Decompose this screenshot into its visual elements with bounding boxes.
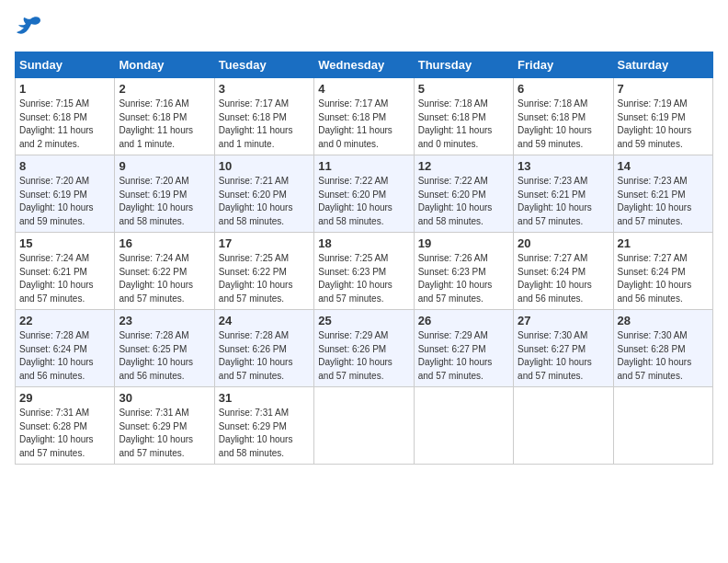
- calendar-header-row: Sunday Monday Tuesday Wednesday Thursday…: [16, 52, 713, 78]
- day-info: Sunrise: 7:17 AMSunset: 6:18 PMDaylight:…: [318, 98, 409, 151]
- table-row: 22 Sunrise: 7:28 AMSunset: 6:24 PMDaylig…: [16, 310, 115, 387]
- day-info: Sunrise: 7:29 AMSunset: 6:27 PMDaylight:…: [418, 329, 509, 383]
- day-number: 22: [19, 314, 110, 327]
- day-number: 24: [219, 314, 310, 327]
- calendar-body: 1 Sunrise: 7:15 AMSunset: 6:18 PMDayligh…: [16, 78, 713, 465]
- table-row: 13 Sunrise: 7:23 AMSunset: 6:21 PMDaylig…: [514, 155, 613, 233]
- logo: [15, 15, 46, 40]
- day-number: 11: [318, 159, 409, 173]
- day-number: 2: [119, 82, 210, 96]
- table-row: 27 Sunrise: 7:30 AMSunset: 6:27 PMDaylig…: [514, 310, 613, 387]
- table-row: 26 Sunrise: 7:29 AMSunset: 6:27 PMDaylig…: [414, 310, 513, 387]
- calendar-row: 1 Sunrise: 7:15 AMSunset: 6:18 PMDayligh…: [16, 78, 713, 155]
- day-info: Sunrise: 7:27 AMSunset: 6:24 PMDaylight:…: [518, 252, 609, 305]
- day-number: 26: [418, 314, 509, 327]
- table-row: 7 Sunrise: 7:19 AMSunset: 6:19 PMDayligh…: [613, 78, 712, 155]
- table-row: 30 Sunrise: 7:31 AMSunset: 6:29 PMDaylig…: [115, 387, 214, 465]
- day-info: Sunrise: 7:31 AMSunset: 6:29 PMDaylight:…: [219, 407, 310, 460]
- day-info: Sunrise: 7:28 AMSunset: 6:26 PMDaylight:…: [219, 329, 310, 383]
- table-row: 3 Sunrise: 7:17 AMSunset: 6:18 PMDayligh…: [214, 78, 313, 155]
- day-number: 9: [119, 159, 210, 173]
- day-number: 7: [618, 82, 709, 96]
- day-info: Sunrise: 7:29 AMSunset: 6:26 PMDaylight:…: [318, 329, 409, 383]
- day-info: Sunrise: 7:17 AMSunset: 6:18 PMDaylight:…: [219, 98, 310, 151]
- day-info: Sunrise: 7:22 AMSunset: 6:20 PMDaylight:…: [418, 175, 509, 228]
- col-tuesday: Tuesday: [214, 52, 313, 78]
- table-row: 5 Sunrise: 7:18 AMSunset: 6:18 PMDayligh…: [414, 78, 513, 155]
- col-sunday: Sunday: [16, 52, 115, 78]
- day-number: 16: [119, 236, 210, 250]
- day-info: Sunrise: 7:28 AMSunset: 6:25 PMDaylight:…: [119, 329, 210, 383]
- table-row: 25 Sunrise: 7:29 AMSunset: 6:26 PMDaylig…: [314, 310, 414, 387]
- day-info: Sunrise: 7:15 AMSunset: 6:18 PMDaylight:…: [19, 98, 110, 151]
- table-row: 31 Sunrise: 7:31 AMSunset: 6:29 PMDaylig…: [214, 387, 313, 465]
- table-row: 4 Sunrise: 7:17 AMSunset: 6:18 PMDayligh…: [314, 78, 414, 155]
- col-wednesday: Wednesday: [314, 52, 414, 78]
- day-info: Sunrise: 7:31 AMSunset: 6:28 PMDaylight:…: [19, 407, 110, 460]
- day-number: 17: [219, 236, 310, 250]
- day-info: Sunrise: 7:27 AMSunset: 6:24 PMDaylight:…: [618, 252, 709, 305]
- day-number: 6: [518, 82, 609, 96]
- day-number: 4: [318, 82, 409, 96]
- day-info: Sunrise: 7:23 AMSunset: 6:21 PMDaylight:…: [518, 175, 609, 228]
- day-info: Sunrise: 7:21 AMSunset: 6:20 PMDaylight:…: [219, 175, 310, 228]
- table-row: 18 Sunrise: 7:25 AMSunset: 6:23 PMDaylig…: [314, 233, 414, 310]
- table-row: 20 Sunrise: 7:27 AMSunset: 6:24 PMDaylig…: [514, 233, 613, 310]
- day-info: Sunrise: 7:22 AMSunset: 6:20 PMDaylight:…: [318, 175, 409, 228]
- day-number: 10: [219, 159, 310, 173]
- day-info: Sunrise: 7:19 AMSunset: 6:19 PMDaylight:…: [618, 98, 709, 151]
- logo-icon: [15, 15, 42, 40]
- day-info: Sunrise: 7:18 AMSunset: 6:18 PMDaylight:…: [518, 98, 609, 151]
- table-row: 19 Sunrise: 7:26 AMSunset: 6:23 PMDaylig…: [414, 233, 513, 310]
- day-info: Sunrise: 7:30 AMSunset: 6:27 PMDaylight:…: [518, 329, 609, 383]
- day-number: 29: [19, 391, 110, 405]
- col-saturday: Saturday: [613, 52, 712, 78]
- table-row: [514, 387, 613, 465]
- page-header: [15, 15, 713, 40]
- table-row: 11 Sunrise: 7:22 AMSunset: 6:20 PMDaylig…: [314, 155, 414, 233]
- table-row: [613, 387, 712, 465]
- calendar-row: 22 Sunrise: 7:28 AMSunset: 6:24 PMDaylig…: [16, 310, 713, 387]
- day-number: 1: [19, 82, 110, 96]
- calendar-row: 29 Sunrise: 7:31 AMSunset: 6:28 PMDaylig…: [16, 387, 713, 465]
- day-info: Sunrise: 7:26 AMSunset: 6:23 PMDaylight:…: [418, 252, 509, 305]
- col-friday: Friday: [514, 52, 613, 78]
- day-info: Sunrise: 7:23 AMSunset: 6:21 PMDaylight:…: [618, 175, 709, 228]
- day-info: Sunrise: 7:25 AMSunset: 6:22 PMDaylight:…: [219, 252, 310, 305]
- day-number: 15: [19, 236, 110, 250]
- table-row: 16 Sunrise: 7:24 AMSunset: 6:22 PMDaylig…: [115, 233, 214, 310]
- table-row: 24 Sunrise: 7:28 AMSunset: 6:26 PMDaylig…: [214, 310, 313, 387]
- day-info: Sunrise: 7:24 AMSunset: 6:21 PMDaylight:…: [19, 252, 110, 305]
- day-number: 31: [219, 391, 310, 405]
- calendar-table: Sunday Monday Tuesday Wednesday Thursday…: [15, 52, 713, 465]
- table-row: [414, 387, 513, 465]
- table-row: 14 Sunrise: 7:23 AMSunset: 6:21 PMDaylig…: [613, 155, 712, 233]
- table-row: 12 Sunrise: 7:22 AMSunset: 6:20 PMDaylig…: [414, 155, 513, 233]
- table-row: 9 Sunrise: 7:20 AMSunset: 6:19 PMDayligh…: [115, 155, 214, 233]
- day-number: 12: [418, 159, 509, 173]
- table-row: 8 Sunrise: 7:20 AMSunset: 6:19 PMDayligh…: [16, 155, 115, 233]
- day-info: Sunrise: 7:18 AMSunset: 6:18 PMDaylight:…: [418, 98, 509, 151]
- day-number: 30: [119, 391, 210, 405]
- day-number: 21: [618, 236, 709, 250]
- day-info: Sunrise: 7:16 AMSunset: 6:18 PMDaylight:…: [119, 98, 210, 151]
- day-number: 5: [418, 82, 509, 96]
- day-number: 20: [518, 236, 609, 250]
- day-info: Sunrise: 7:31 AMSunset: 6:29 PMDaylight:…: [119, 407, 210, 460]
- day-number: 28: [618, 314, 709, 327]
- day-number: 18: [318, 236, 409, 250]
- table-row: 21 Sunrise: 7:27 AMSunset: 6:24 PMDaylig…: [613, 233, 712, 310]
- day-info: Sunrise: 7:24 AMSunset: 6:22 PMDaylight:…: [119, 252, 210, 305]
- day-number: 19: [418, 236, 509, 250]
- col-monday: Monday: [115, 52, 214, 78]
- table-row: 29 Sunrise: 7:31 AMSunset: 6:28 PMDaylig…: [16, 387, 115, 465]
- table-row: 28 Sunrise: 7:30 AMSunset: 6:28 PMDaylig…: [613, 310, 712, 387]
- day-number: 8: [19, 159, 110, 173]
- day-info: Sunrise: 7:28 AMSunset: 6:24 PMDaylight:…: [19, 329, 110, 383]
- day-info: Sunrise: 7:20 AMSunset: 6:19 PMDaylight:…: [19, 175, 110, 228]
- day-number: 27: [518, 314, 609, 327]
- table-row: 1 Sunrise: 7:15 AMSunset: 6:18 PMDayligh…: [16, 78, 115, 155]
- col-thursday: Thursday: [414, 52, 513, 78]
- calendar-row: 8 Sunrise: 7:20 AMSunset: 6:19 PMDayligh…: [16, 155, 713, 233]
- day-info: Sunrise: 7:30 AMSunset: 6:28 PMDaylight:…: [618, 329, 709, 383]
